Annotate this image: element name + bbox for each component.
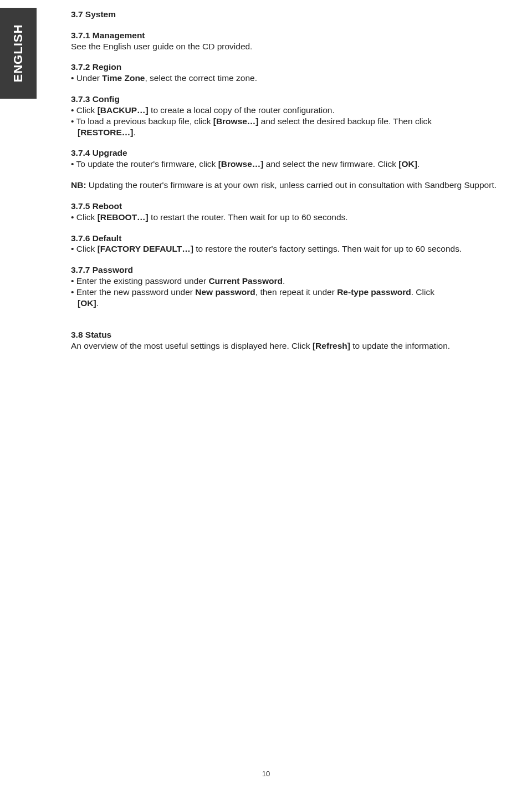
- bold-text: [FACTORY DEFAULT…]: [98, 244, 193, 253]
- bold-text: [OK]: [78, 298, 96, 308]
- section-3-7-1-body: See the English user guide on the CD pro…: [71, 41, 521, 52]
- bold-text: [REBOOT…]: [98, 212, 149, 222]
- text-fragment: .: [417, 159, 420, 169]
- bullet-body: • To load a previous backup file, click …: [71, 116, 521, 138]
- section-3-7-4-line1: • To update the router's firmware, click…: [71, 159, 521, 170]
- section-3-8-body: An overview of the most useful settings …: [71, 340, 521, 352]
- text-fragment: , then repeat it under: [255, 287, 337, 297]
- section-3-7-1-title: 3.7.1 Management: [71, 30, 521, 41]
- bold-text: Re-type password: [337, 287, 411, 297]
- language-tab-label: ENGLISH: [11, 24, 26, 83]
- section-3-8: 3.8 Status An overview of the most usefu…: [71, 329, 521, 352]
- section-3-7-5: 3.7.5 Reboot • Click [REBOOT…] to restar…: [71, 201, 521, 223]
- section-3-7-6: 3.7.6 Default • Click [FACTORY DEFAULT…]…: [71, 233, 521, 255]
- nb-body: Updating the router's firmware is at you…: [86, 180, 497, 190]
- section-3-7-6-title: 3.7.6 Default: [71, 233, 521, 244]
- page-content: 3.7 System 3.7.1 Management See the Engl…: [71, 9, 521, 362]
- section-3-7-7-line2: • Enter the new password under New passw…: [71, 287, 521, 309]
- bold-text: [Browse…]: [218, 159, 264, 169]
- page-number: 10: [0, 770, 532, 779]
- language-tab: ENGLISH: [0, 8, 37, 99]
- text-fragment: • To update the router's firmware, click: [71, 159, 218, 169]
- bold-text: [RESTORE…]: [78, 128, 133, 137]
- section-3-7-2-title: 3.7.2 Region: [71, 62, 521, 73]
- section-3-7-4: 3.7.4 Upgrade • To update the router's f…: [71, 147, 521, 170]
- text-fragment: An overview of the most useful settings …: [71, 341, 313, 350]
- section-3-7-4-title: 3.7.4 Upgrade: [71, 147, 521, 159]
- bold-text: [Browse…]: [213, 116, 259, 126]
- text-fragment: • To load a previous backup file, click: [71, 116, 213, 126]
- text-fragment: to restart the router. Then wait for up …: [149, 212, 348, 222]
- text-fragment: • Enter the new password under: [71, 287, 195, 297]
- section-3-7-2-bullet: • Under Time Zone, select the correct ti…: [71, 73, 521, 84]
- bold-text: [OK]: [398, 159, 417, 169]
- section-3-7-6-line: • Click [FACTORY DEFAULT…] to restore th…: [71, 243, 521, 254]
- text-fragment: • Click: [71, 105, 98, 115]
- section-3-7-3-line1: • Click [BACKUP…] to create a local copy…: [71, 105, 521, 116]
- nb-label: NB:: [71, 180, 86, 190]
- section-3-7-1: 3.7.1 Management See the English user gu…: [71, 30, 521, 52]
- document-page: ENGLISH 3.7 System 3.7.1 Management See …: [0, 0, 532, 789]
- text-fragment: • Under: [71, 73, 102, 83]
- section-3-7-7-title: 3.7.7 Password: [71, 264, 521, 276]
- section-3-7-2: 3.7.2 Region • Under Time Zone, select t…: [71, 62, 521, 84]
- text-fragment: • Click: [71, 244, 98, 253]
- text-fragment: to update the information.: [350, 341, 450, 350]
- section-3-8-title: 3.8 Status: [71, 329, 521, 340]
- text-fragment: and select the desired backup file. Then…: [259, 116, 432, 126]
- section-3-7-7-line1: • Enter the existing password under Curr…: [71, 276, 521, 287]
- bold-text: Current Password: [208, 276, 283, 286]
- text-fragment: . Click: [411, 287, 434, 297]
- section-3-7-3-line2: • To load a previous backup file, click …: [71, 116, 521, 138]
- bold-text: New password: [195, 287, 255, 297]
- section-3-7-5-line: • Click [REBOOT…] to restart the router.…: [71, 212, 521, 223]
- bold-text: [BACKUP…]: [98, 105, 149, 115]
- section-3-7-7: 3.7.7 Password • Enter the existing pass…: [71, 264, 521, 308]
- section-3-7-5-title: 3.7.5 Reboot: [71, 201, 521, 212]
- text-fragment: .: [96, 298, 99, 308]
- hanging-line: [RESTORE…].: [71, 127, 521, 138]
- text-fragment: and select the new firmware. Click: [264, 159, 399, 169]
- text-fragment: • Click: [71, 212, 98, 222]
- section-3-7-3: 3.7.3 Config • Click [BACKUP…] to create…: [71, 94, 521, 138]
- text-fragment: .: [283, 276, 285, 286]
- text-fragment: , select the correct time zone.: [145, 73, 257, 83]
- section-3-7-heading: 3.7 System: [71, 9, 521, 20]
- text-fragment: to restore the router's factory settings…: [193, 244, 462, 253]
- text-fragment: • Enter the existing password under: [71, 276, 208, 286]
- bold-text: Time Zone: [102, 73, 145, 83]
- bold-text: [Refresh]: [313, 341, 350, 350]
- text-fragment: .: [133, 128, 135, 137]
- section-3-7-3-title: 3.7.3 Config: [71, 94, 521, 105]
- nb-note: NB: Updating the router's firmware is at…: [71, 180, 521, 191]
- hanging-line: [OK].: [71, 298, 521, 309]
- text-fragment: to create a local copy of the router con…: [149, 105, 335, 115]
